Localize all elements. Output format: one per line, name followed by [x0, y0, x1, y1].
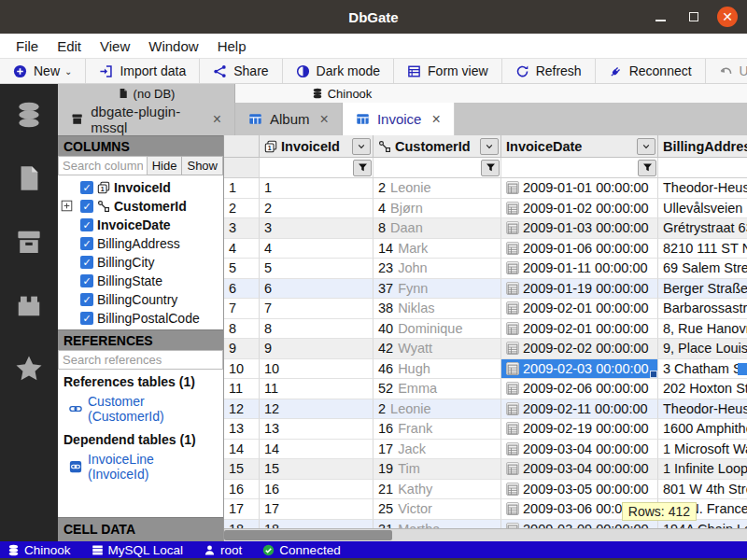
- cell-invoiceid[interactable]: 9: [260, 339, 374, 359]
- row-number-cell[interactable]: 5: [224, 259, 260, 279]
- column-menu-button[interactable]: [480, 138, 499, 155]
- tab-dbgate-plugin-mssql[interactable]: dbgate-plugin-mssql×: [58, 103, 235, 135]
- cell-billingaddress[interactable]: 202 Hoxton Street: [658, 379, 747, 399]
- cell-invoiceid[interactable]: 5: [260, 259, 374, 279]
- column-checkbox[interactable]: ✓: [80, 200, 93, 213]
- cell-invoicedate[interactable]: 2009-01-06 00:00:00: [501, 239, 658, 259]
- column-header-invoiceid[interactable]: 1InvoiceId: [260, 135, 374, 158]
- datetime-editor-icon[interactable]: [506, 442, 519, 455]
- menu-window[interactable]: Window: [140, 36, 206, 56]
- column-menu-button[interactable]: [352, 138, 371, 155]
- cell-customerid[interactable]: 31Martha: [374, 520, 501, 529]
- search-columns-input[interactable]: [58, 156, 148, 175]
- datetime-editor-icon[interactable]: [506, 402, 519, 415]
- datetime-editor-icon[interactable]: [506, 301, 519, 315]
- cell-invoicedate[interactable]: 2009-02-01 00:00:00: [501, 319, 658, 340]
- row-number-cell[interactable]: 17: [224, 499, 260, 520]
- refresh-button[interactable]: Refresh: [502, 59, 596, 83]
- datetime-editor-icon[interactable]: [506, 261, 519, 274]
- menu-help[interactable]: Help: [209, 36, 255, 56]
- cell-billingaddress[interactable]: 1 Infinite Loop: [658, 459, 747, 480]
- column-item-billingcity[interactable]: ✓BillingCity: [58, 253, 223, 272]
- hide-button[interactable]: Hide: [148, 156, 183, 175]
- row-number-cell[interactable]: 7: [224, 299, 260, 319]
- cell-customerid[interactable]: 14Mark: [374, 239, 501, 259]
- cell-customerid[interactable]: 40Dominique: [374, 319, 501, 340]
- column-checkbox[interactable]: ✓: [80, 218, 93, 231]
- minimize-button[interactable]: [650, 7, 670, 27]
- row-number-cell[interactable]: 6: [224, 279, 260, 300]
- cell-invoiceid[interactable]: 13: [260, 419, 374, 440]
- datetime-editor-icon[interactable]: [506, 502, 519, 515]
- row-number-cell[interactable]: 10: [224, 359, 260, 380]
- column-checkbox[interactable]: ✓: [80, 237, 93, 250]
- datetime-editor-icon[interactable]: [506, 342, 519, 355]
- column-menu-button[interactable]: [637, 138, 655, 155]
- cell-invoiceid[interactable]: 14: [260, 440, 374, 460]
- row-number-cell[interactable]: 9: [224, 339, 260, 359]
- cell-customerid[interactable]: 19Tim: [374, 459, 501, 480]
- column-item-invoicedate[interactable]: ✓InvoiceDate: [58, 216, 223, 234]
- cell-billingaddress[interactable]: 8, Rue Hanovre: [658, 319, 747, 340]
- cell-billingaddress[interactable]: 9, Place Louis Barthou: [658, 339, 747, 359]
- row-number-cell[interactable]: 12: [224, 399, 260, 420]
- cell-invoicedate-selected[interactable]: 2009-02-03 00:00:00: [501, 359, 658, 380]
- column-checkbox[interactable]: ✓: [80, 312, 93, 325]
- cell-invoiceid[interactable]: 6: [260, 279, 374, 300]
- reference-link[interactable]: InvoiceLine (InvoiceId): [62, 450, 219, 483]
- star-icon[interactable]: [15, 355, 43, 383]
- cell-invoiceid[interactable]: 18: [260, 520, 374, 529]
- cell-invoiceid[interactable]: 7: [260, 299, 374, 319]
- row-number-cell[interactable]: 15: [224, 459, 260, 480]
- column-header-customerid[interactable]: CustomerId: [374, 135, 501, 158]
- horizontal-scrollbar[interactable]: [224, 528, 747, 541]
- cell-invoicedate[interactable]: 2009-02-02 00:00:00: [501, 339, 658, 359]
- datetime-editor-icon[interactable]: [506, 221, 519, 234]
- row-number-cell[interactable]: 13: [224, 419, 260, 440]
- file-icon[interactable]: [15, 164, 43, 192]
- search-references-input[interactable]: [58, 350, 223, 370]
- import-data-button[interactable]: Import data: [86, 59, 200, 83]
- menu-file[interactable]: File: [7, 36, 47, 56]
- corner-header-cell[interactable]: [224, 135, 260, 158]
- datetime-editor-icon[interactable]: [506, 242, 519, 255]
- cell-billingaddress[interactable]: Ullevålsveien 14: [658, 199, 747, 219]
- cell-data-panel-header[interactable]: CELL DATA: [58, 517, 223, 541]
- fill-handle[interactable]: [650, 371, 657, 378]
- close-tab-icon[interactable]: ×: [431, 111, 440, 128]
- cell-invoiceid[interactable]: 2: [260, 199, 374, 219]
- horizontal-scrollbar-thumb[interactable]: [224, 530, 392, 540]
- row-number-cell[interactable]: 3: [224, 218, 260, 239]
- filter-input-billingaddress[interactable]: [658, 158, 747, 177]
- cell-customerid[interactable]: 37Fynn: [374, 279, 501, 300]
- column-item-billingpostalcode[interactable]: ✓BillingPostalCode: [58, 309, 223, 328]
- cell-invoiceid[interactable]: 3: [260, 218, 374, 239]
- column-header-billingaddress[interactable]: BillingAddress: [658, 135, 747, 158]
- cell-invoiceid[interactable]: 8: [260, 319, 374, 340]
- cell-customerid[interactable]: 25Victor: [374, 499, 501, 520]
- cell-customerid[interactable]: 17Jack: [374, 440, 501, 460]
- cell-customerid[interactable]: 23John: [374, 259, 501, 279]
- column-item-invoiceid[interactable]: ✓1InvoiceId: [58, 178, 223, 197]
- cell-customerid[interactable]: 8Daan: [374, 218, 501, 239]
- cell-customerid[interactable]: 42Wyatt: [374, 339, 501, 359]
- archive-icon[interactable]: [15, 228, 43, 256]
- database-icon[interactable]: [15, 101, 43, 129]
- row-number-cell[interactable]: 14: [224, 440, 260, 460]
- cell-invoicedate[interactable]: 2009-02-19 00:00:00: [501, 419, 658, 440]
- cell-billingaddress[interactable]: 8210 111 ST NW: [658, 239, 747, 259]
- cell-invoiceid[interactable]: 15: [260, 459, 374, 480]
- cell-invoiceid[interactable]: 4: [260, 239, 374, 259]
- column-item-billingcountry[interactable]: ✓BillingCountry: [58, 290, 223, 309]
- filter-input-customerid[interactable]: [374, 158, 481, 177]
- statusbar-connected[interactable]: Connected: [262, 543, 340, 557]
- cell-invoicedate[interactable]: 2009-01-11 00:00:00: [501, 259, 658, 279]
- column-checkbox[interactable]: ✓: [80, 181, 93, 194]
- column-item-customerid[interactable]: ✓CustomerId: [58, 197, 223, 216]
- cell-customerid[interactable]: 21Kathy: [374, 480, 501, 500]
- statusbar-chinook[interactable]: Chinook: [7, 543, 71, 557]
- column-checkbox[interactable]: ✓: [80, 256, 93, 269]
- row-number-cell[interactable]: 11: [224, 379, 260, 399]
- columns-panel-header[interactable]: COLUMNS: [58, 135, 223, 156]
- column-checkbox[interactable]: ✓: [80, 274, 93, 287]
